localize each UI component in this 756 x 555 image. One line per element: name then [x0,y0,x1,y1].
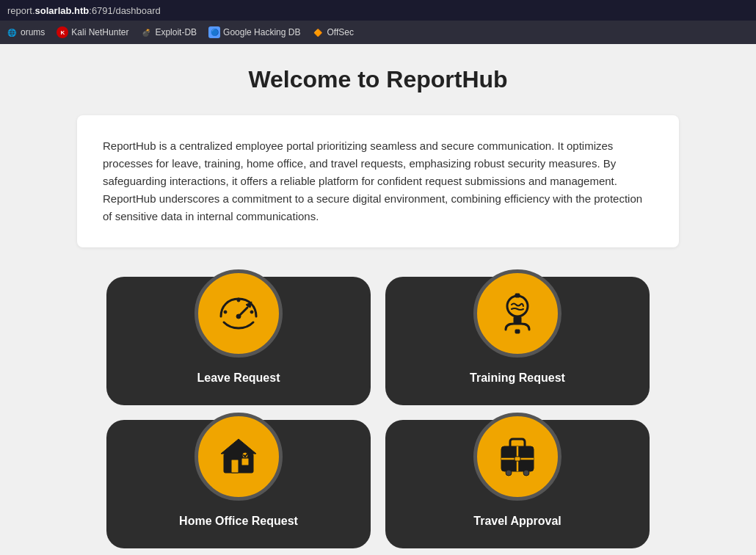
svg-point-23 [523,470,529,476]
leave-request-icon [215,290,262,337]
kali-icon: K [57,26,68,38]
travel-approval-label: Travel Approval [473,515,561,528]
travel-approval-icon [494,433,541,480]
home-office-request-icon-circle [195,413,283,501]
svg-point-22 [506,470,512,476]
main-content: Welcome to ReportHub ReportHub is a cent… [0,44,756,555]
svg-point-2 [224,311,227,313]
svg-rect-13 [241,458,249,465]
travel-approval-icon-circle [473,413,561,501]
address-domain: solarlab.htb [35,5,90,16]
exploitdb-icon: 💣 [140,26,152,38]
bookmark-forums-label: orums [21,27,45,37]
card-leave-request[interactable]: Leave Request [106,277,371,405]
bookmark-kali[interactable]: K Kali NetHunter [57,26,128,38]
svg-rect-21 [515,457,520,461]
svg-rect-12 [231,460,239,473]
bookmark-ghdb-label: Google Hacking DB [223,27,300,37]
svg-point-1 [236,314,241,319]
leave-request-label: Leave Request [197,371,280,385]
leave-request-icon-circle [195,269,283,358]
svg-point-3 [250,311,253,313]
bookmark-ghdb[interactable]: 🔵 Google Hacking DB [208,26,300,38]
svg-marker-10 [221,439,256,454]
ghdb-icon: 🔵 [208,26,220,38]
cards-grid: Leave Request [77,277,679,548]
page-title: Welcome to ReportHub [15,66,741,93]
address-prefix: report. [7,5,35,16]
address-path: :6791/dashboard [89,5,161,16]
address-bar: report.solarlab.htb:6791/dashboard [0,0,756,21]
training-request-label: Training Request [470,371,565,385]
bookmark-kali-label: Kali NetHunter [71,27,128,37]
svg-rect-7 [515,330,520,333]
bookmarks-bar: 🌐 orums K Kali NetHunter 💣 Exploit-DB 🔵 … [0,21,756,44]
home-office-request-label: Home Office Request [179,515,298,528]
home-office-request-icon [215,433,262,480]
training-request-icon [494,290,541,337]
training-request-icon-circle [473,269,561,358]
card-travel-approval[interactable]: Travel Approval [385,420,650,548]
bookmark-forums[interactable]: 🌐 orums [6,26,45,38]
description-box: ReportHub is a centralized employee port… [77,115,679,247]
svg-point-4 [237,299,240,302]
card-training-request[interactable]: Training Request [385,277,650,405]
svg-rect-6 [515,294,520,297]
offsec-icon: 🔶 [312,26,324,38]
bookmark-exploitdb[interactable]: 💣 Exploit-DB [140,26,197,38]
description-text: ReportHub is a centralized employee port… [103,137,653,225]
bookmark-offsec-label: OffSec [327,27,353,37]
bookmark-offsec[interactable]: 🔶 OffSec [312,26,353,38]
card-home-office-request[interactable]: Home Office Request [106,420,371,548]
forums-icon: 🌐 [6,26,18,38]
bookmark-exploitdb-label: Exploit-DB [155,27,197,37]
